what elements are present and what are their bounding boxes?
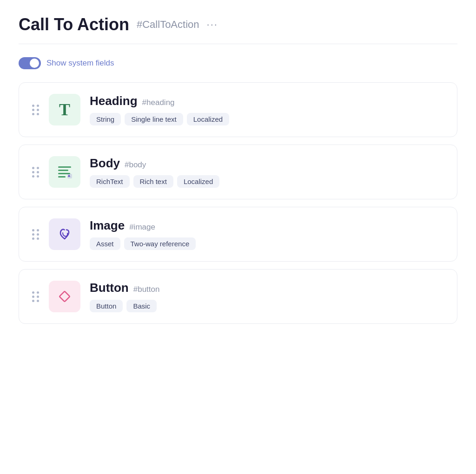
page-header: Call To Action #CallToAction ··· (19, 15, 457, 34)
field-hash: #button (133, 285, 160, 294)
drag-dot (37, 171, 39, 173)
field-tag: RichText (90, 175, 130, 188)
field-card-image[interactable]: Image #image AssetTwo-way reference (19, 207, 457, 262)
field-hash: #heading (142, 98, 175, 107)
drag-handle[interactable] (32, 229, 40, 240)
tag-row: AssetTwo-way reference (90, 237, 196, 250)
field-icon-box-body (49, 156, 80, 188)
field-name: Body (90, 156, 120, 171)
drag-dot (37, 113, 39, 115)
richtext-icon (56, 164, 73, 180)
field-info-image: Image #image AssetTwo-way reference (90, 218, 196, 250)
drag-dot (32, 175, 34, 178)
field-tag: Localized (177, 175, 219, 188)
field-name-row: Image #image (90, 218, 196, 233)
field-info-body: Body #body RichTextRich textLocalized (90, 156, 219, 188)
field-hash: #image (129, 223, 155, 232)
drag-dot (37, 175, 39, 178)
drag-dot (32, 296, 34, 298)
drag-dot (32, 229, 34, 231)
drag-dot (32, 105, 34, 107)
drag-dot (37, 300, 39, 302)
drag-dot (37, 291, 39, 294)
field-hash: #body (125, 160, 146, 170)
svg-rect-1 (58, 170, 68, 171)
drag-dot (32, 113, 34, 115)
tag-row: StringSingle line textLocalized (90, 113, 229, 125)
field-tag: Button (90, 300, 123, 312)
field-tag: Single line text (125, 113, 183, 125)
drag-handle[interactable] (32, 105, 40, 115)
system-fields-label: Show system fields (46, 59, 114, 68)
tag-row: RichTextRich textLocalized (90, 175, 219, 188)
field-card-button[interactable]: Button #button ButtonBasic (19, 269, 457, 324)
field-icon-box-button (49, 281, 80, 312)
more-options-icon[interactable]: ··· (207, 19, 218, 31)
drag-dot (32, 291, 34, 294)
header-divider (19, 44, 457, 44)
field-name-row: Button #button (90, 281, 159, 295)
drag-dot (37, 237, 39, 240)
svg-rect-5 (60, 291, 70, 302)
drag-dot (32, 233, 34, 236)
field-tag: Two-way reference (124, 237, 196, 250)
field-tag: Asset (90, 237, 120, 250)
field-tag: Localized (187, 113, 229, 125)
svg-rect-3 (58, 176, 66, 178)
page-title: Call To Action (19, 15, 129, 34)
field-list: T Heading #heading StringSingle line tex… (19, 82, 457, 324)
field-card-body[interactable]: Body #body RichTextRich textLocalized (19, 145, 457, 199)
drag-dot (37, 233, 39, 236)
paperclip-icon (56, 226, 73, 243)
field-name-row: Body #body (90, 156, 219, 171)
drag-dot (37, 296, 39, 298)
diamond-icon (56, 288, 73, 305)
system-fields-toggle[interactable] (19, 57, 41, 69)
tag-row: ButtonBasic (90, 300, 159, 312)
field-name-row: Heading #heading (90, 94, 229, 108)
field-icon-box-heading: T (49, 94, 80, 125)
drag-dot (32, 171, 34, 173)
drag-dot (37, 229, 39, 231)
svg-rect-0 (58, 166, 71, 168)
field-info-heading: Heading #heading StringSingle line textL… (90, 94, 229, 125)
page-hash: #CallToAction (137, 19, 199, 31)
field-tag: Basic (126, 300, 157, 312)
field-tag: String (90, 113, 121, 125)
field-name: Heading (90, 94, 138, 108)
field-card-heading[interactable]: T Heading #heading StringSingle line tex… (19, 82, 457, 137)
drag-dot (37, 109, 39, 111)
drag-dot (32, 167, 34, 169)
drag-dot (32, 300, 34, 302)
drag-handle[interactable] (32, 167, 40, 178)
field-name: Image (90, 218, 125, 233)
text-icon: T (59, 100, 70, 119)
drag-dot (37, 167, 39, 169)
field-info-button: Button #button ButtonBasic (90, 281, 159, 312)
field-tag: Rich text (133, 175, 173, 188)
system-fields-toggle-row: Show system fields (19, 57, 457, 69)
field-name: Button (90, 281, 129, 295)
drag-handle[interactable] (32, 291, 40, 302)
drag-dot (37, 105, 39, 107)
field-icon-box-image (49, 218, 80, 250)
drag-dot (32, 237, 34, 240)
drag-dot (32, 109, 34, 111)
